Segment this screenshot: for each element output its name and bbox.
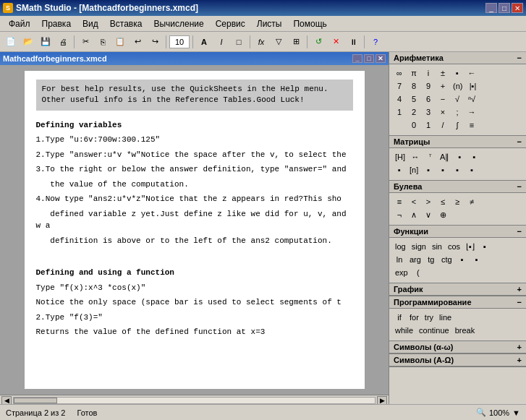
- panel-sym-lower-expand[interactable]: +: [517, 343, 522, 351]
- inner-minimize[interactable]: _: [352, 54, 362, 63]
- formula-button[interactable]: fx: [253, 34, 269, 50]
- pause-button[interactable]: ⏸: [345, 34, 361, 50]
- sym-nsqrt[interactable]: ⁿ√: [466, 93, 478, 105]
- filter-button[interactable]: ▽: [271, 34, 287, 50]
- menu-compute[interactable]: Вычисление: [148, 17, 209, 30]
- scroll-right-btn[interactable]: ▶: [377, 396, 387, 405]
- sym-sp[interactable]: [394, 119, 405, 131]
- sym-mat-n[interactable]: [n]: [408, 164, 420, 176]
- sym-mat-c4[interactable]: ▪: [451, 164, 463, 176]
- sym-sqrt[interactable]: √: [451, 93, 463, 105]
- sym-pm[interactable]: ±: [437, 67, 449, 79]
- sym-2[interactable]: 2: [408, 106, 420, 118]
- menu-edit[interactable]: Правка: [36, 17, 77, 30]
- scroll-track-h[interactable]: [13, 397, 376, 404]
- sym-div[interactable]: /: [437, 119, 449, 131]
- sym-abs[interactable]: |▪|: [467, 80, 478, 92]
- sym-0[interactable]: 0: [408, 119, 420, 131]
- sym-frac[interactable]: ▪: [479, 241, 491, 252]
- sym-integral[interactable]: ∫: [451, 119, 463, 131]
- undo-button[interactable]: ↩: [130, 34, 145, 50]
- sym-inf[interactable]: ∞: [394, 67, 405, 79]
- sym-or[interactable]: ∨: [423, 209, 434, 220]
- copy-button[interactable]: ⎘: [95, 34, 111, 50]
- sym-f2[interactable]: ▪: [471, 254, 483, 265]
- sym-4[interactable]: 4: [394, 93, 405, 105]
- sym-7[interactable]: 7: [394, 80, 405, 92]
- panel-matrices-header[interactable]: Матрицы −: [389, 136, 526, 148]
- stop-button[interactable]: ✕: [328, 34, 344, 50]
- sym-1[interactable]: 1: [394, 106, 405, 118]
- italic-button[interactable]: I: [213, 34, 229, 50]
- sym-plus[interactable]: +: [437, 80, 449, 92]
- panel-boolean-collapse[interactable]: −: [517, 182, 522, 191]
- sym-8[interactable]: 8: [408, 80, 420, 92]
- sym-ge[interactable]: ≥: [451, 196, 463, 207]
- inner-maximize[interactable]: □: [364, 54, 374, 63]
- sym-nfact[interactable]: (n): [451, 80, 464, 92]
- close-button[interactable]: ✕: [512, 3, 523, 13]
- panel-sym-upper-header[interactable]: Символы (Α-Ω) +: [389, 354, 526, 367]
- refresh-button[interactable]: ↺: [310, 34, 326, 50]
- sym-le[interactable]: ≤: [437, 196, 449, 207]
- menu-help[interactable]: Помощь: [287, 17, 332, 30]
- panel-arithmetic-header[interactable]: Арифметика −: [389, 52, 526, 64]
- panel-functions-collapse[interactable]: −: [517, 227, 522, 236]
- sym-mat-b2[interactable]: ▪: [468, 151, 480, 163]
- sym-and[interactable]: ∧: [408, 209, 420, 220]
- sym-mat-lr[interactable]: ↔: [410, 151, 421, 163]
- redo-button[interactable]: ↪: [147, 34, 163, 50]
- menu-service[interactable]: Сервис: [210, 17, 251, 30]
- sym-larrow[interactable]: ←: [466, 67, 478, 79]
- sym-while[interactable]: while: [394, 325, 415, 336]
- sym-break[interactable]: break: [454, 325, 477, 336]
- panel-functions-header[interactable]: Функции −: [389, 226, 526, 238]
- sym-paren[interactable]: (: [412, 267, 424, 278]
- sym-minus[interactable]: −: [437, 93, 449, 105]
- sym-3[interactable]: 3: [423, 106, 434, 118]
- sym-gt[interactable]: >: [423, 196, 434, 207]
- sym-pi[interactable]: π: [408, 67, 420, 79]
- panel-graph-header[interactable]: График +: [389, 283, 526, 296]
- sym-mat-c2[interactable]: ▪: [423, 164, 434, 176]
- panel-sym-lower-header[interactable]: Символы (α-ω) +: [389, 341, 526, 353]
- sym-log[interactable]: log: [394, 241, 407, 252]
- sym-1b[interactable]: 1: [423, 119, 434, 131]
- sym-sin[interactable]: sin: [430, 241, 444, 252]
- sym-if[interactable]: if: [394, 312, 405, 323]
- sym-ne[interactable]: ≠: [466, 196, 478, 207]
- sym-mat-t[interactable]: ᵀ: [424, 151, 436, 163]
- zoom-down-icon[interactable]: ▼: [512, 408, 520, 417]
- sym-mat-c1[interactable]: ▪: [394, 164, 405, 176]
- box-button[interactable]: □: [231, 34, 247, 50]
- grid-button[interactable]: ⊞: [288, 34, 304, 50]
- panel-matrices-collapse[interactable]: −: [517, 137, 522, 146]
- sym-line[interactable]: line: [438, 312, 453, 323]
- sym-f1[interactable]: ▪: [457, 254, 468, 265]
- sym-floor[interactable]: ⌊▪⌋: [465, 241, 476, 252]
- sym-bullet[interactable]: ▪: [451, 67, 463, 79]
- menu-file[interactable]: Файл: [3, 17, 36, 30]
- sym-mat-c3[interactable]: ▪: [437, 164, 449, 176]
- sym-mat-h[interactable]: [H]: [394, 151, 407, 163]
- doc-scroll-area[interactable]: Mathcadforbeginners.xmcd _ □ ✕ For best …: [0, 52, 389, 404]
- sym-xor[interactable]: ⊕: [437, 209, 449, 220]
- scroll-thumb-h[interactable]: [14, 398, 57, 403]
- maximize-button[interactable]: □: [499, 3, 510, 13]
- sym-mat-b1[interactable]: ▪: [454, 151, 465, 163]
- bold-button[interactable]: A: [196, 34, 212, 50]
- sym-cos[interactable]: cos: [446, 241, 462, 252]
- sym-continue[interactable]: continue: [417, 325, 451, 336]
- sym-sign[interactable]: sign: [410, 241, 428, 252]
- sym-try[interactable]: try: [423, 312, 435, 323]
- sym-arg[interactable]: arg: [408, 254, 423, 265]
- panel-programming-collapse[interactable]: −: [517, 298, 522, 307]
- scroll-left-btn[interactable]: ◀: [1, 396, 12, 405]
- paste-button[interactable]: 📋: [112, 34, 128, 50]
- sym-9[interactable]: 9: [423, 80, 434, 92]
- sym-not[interactable]: ¬: [394, 209, 405, 220]
- menu-view[interactable]: Вид: [77, 17, 104, 30]
- save-button[interactable]: 💾: [38, 34, 54, 50]
- menu-insert[interactable]: Вставка: [104, 17, 148, 30]
- panel-boolean-header[interactable]: Булева −: [389, 181, 526, 193]
